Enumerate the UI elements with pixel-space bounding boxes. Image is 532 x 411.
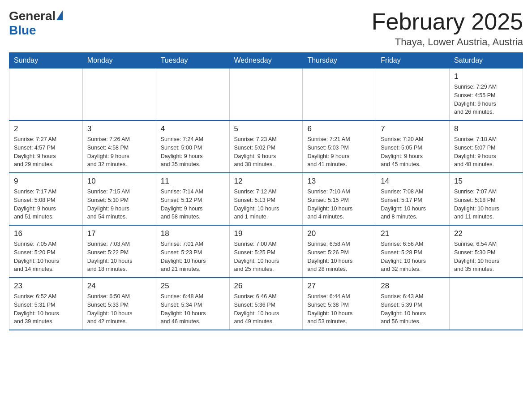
day-info: Sunrise: 7:10 AMSunset: 5:15 PMDaylight:… [307, 188, 371, 221]
day-number: 4 [161, 124, 225, 133]
day-number: 2 [14, 124, 78, 133]
calendar-cell: 22Sunrise: 6:54 AMSunset: 5:30 PMDayligh… [450, 225, 523, 278]
day-info: Sunrise: 7:27 AMSunset: 4:57 PMDaylight:… [14, 135, 78, 169]
day-info: Sunrise: 6:44 AMSunset: 5:38 PMDaylight:… [307, 292, 371, 326]
day-number: 11 [161, 177, 225, 186]
day-info: Sunrise: 7:26 AMSunset: 4:58 PMDaylight:… [87, 135, 151, 169]
day-info: Sunrise: 7:15 AMSunset: 5:10 PMDaylight:… [87, 188, 151, 221]
day-number: 13 [307, 177, 371, 186]
day-info: Sunrise: 7:01 AMSunset: 5:23 PMDaylight:… [161, 240, 225, 274]
calendar-cell: 20Sunrise: 6:58 AMSunset: 5:26 PMDayligh… [303, 225, 376, 278]
calendar-cell: 24Sunrise: 6:50 AMSunset: 5:33 PMDayligh… [82, 278, 156, 330]
day-number: 19 [234, 229, 298, 238]
calendar-cell [376, 68, 450, 121]
day-number: 3 [87, 124, 151, 133]
calendar-cell: 17Sunrise: 7:03 AMSunset: 5:22 PMDayligh… [82, 225, 156, 278]
calendar-cell: 21Sunrise: 6:56 AMSunset: 5:28 PMDayligh… [376, 225, 450, 278]
logo: General [9, 9, 63, 23]
calendar-week-row: 1Sunrise: 7:29 AMSunset: 4:55 PMDaylight… [9, 68, 523, 121]
day-number: 26 [234, 282, 298, 291]
day-number: 16 [14, 229, 78, 238]
day-info: Sunrise: 7:18 AMSunset: 5:07 PMDaylight:… [454, 135, 518, 169]
calendar-cell: 14Sunrise: 7:08 AMSunset: 5:17 PMDayligh… [376, 173, 450, 225]
day-info: Sunrise: 7:23 AMSunset: 5:02 PMDaylight:… [234, 135, 298, 169]
day-info: Sunrise: 7:29 AMSunset: 4:55 PMDaylight:… [454, 83, 518, 116]
day-info: Sunrise: 6:54 AMSunset: 5:30 PMDaylight:… [454, 240, 518, 274]
day-number: 7 [381, 124, 445, 133]
day-number: 22 [454, 229, 518, 238]
day-number: 17 [87, 229, 151, 238]
day-number: 1 [454, 72, 518, 81]
calendar-header-monday: Monday [82, 53, 156, 68]
day-info: Sunrise: 6:46 AMSunset: 5:36 PMDaylight:… [234, 292, 298, 326]
calendar-cell: 7Sunrise: 7:20 AMSunset: 5:05 PMDaylight… [376, 120, 450, 173]
calendar-cell: 8Sunrise: 7:18 AMSunset: 5:07 PMDaylight… [450, 120, 523, 173]
calendar-cell: 2Sunrise: 7:27 AMSunset: 4:57 PMDaylight… [9, 120, 83, 173]
day-info: Sunrise: 7:20 AMSunset: 5:05 PMDaylight:… [381, 135, 445, 169]
day-info: Sunrise: 7:14 AMSunset: 5:12 PMDaylight:… [161, 188, 225, 221]
calendar-cell: 9Sunrise: 7:17 AMSunset: 5:08 PMDaylight… [9, 173, 83, 225]
calendar-cell: 27Sunrise: 6:44 AMSunset: 5:38 PMDayligh… [303, 278, 376, 330]
calendar-cell: 25Sunrise: 6:48 AMSunset: 5:34 PMDayligh… [156, 278, 229, 330]
day-number: 24 [87, 282, 151, 291]
calendar-cell [303, 68, 376, 121]
day-number: 8 [454, 124, 518, 133]
calendar-header-friday: Friday [376, 53, 450, 68]
calendar-cell: 28Sunrise: 6:43 AMSunset: 5:39 PMDayligh… [376, 278, 450, 330]
day-number: 27 [307, 282, 371, 291]
day-number: 28 [381, 282, 445, 291]
calendar-cell: 4Sunrise: 7:24 AMSunset: 5:00 PMDaylight… [156, 120, 229, 173]
calendar-cell: 23Sunrise: 6:52 AMSunset: 5:31 PMDayligh… [9, 278, 83, 330]
day-number: 14 [381, 177, 445, 186]
calendar-cell: 19Sunrise: 7:00 AMSunset: 5:25 PMDayligh… [229, 225, 303, 278]
location-title: Thaya, Lower Austria, Austria [372, 36, 523, 48]
calendar-cell: 26Sunrise: 6:46 AMSunset: 5:36 PMDayligh… [229, 278, 303, 330]
calendar-cell: 1Sunrise: 7:29 AMSunset: 4:55 PMDaylight… [450, 68, 523, 121]
day-info: Sunrise: 7:07 AMSunset: 5:18 PMDaylight:… [454, 188, 518, 221]
day-info: Sunrise: 6:43 AMSunset: 5:39 PMDaylight:… [381, 292, 445, 326]
calendar-cell [82, 68, 156, 121]
calendar-header-sunday: Sunday [9, 53, 83, 68]
calendar-cell: 11Sunrise: 7:14 AMSunset: 5:12 PMDayligh… [156, 173, 229, 225]
calendar-week-row: 16Sunrise: 7:05 AMSunset: 5:20 PMDayligh… [9, 225, 523, 278]
calendar-cell: 3Sunrise: 7:26 AMSunset: 4:58 PMDaylight… [82, 120, 156, 173]
calendar-cell: 13Sunrise: 7:10 AMSunset: 5:15 PMDayligh… [303, 173, 376, 225]
title-area: February 2025 Thaya, Lower Austria, Aust… [372, 9, 523, 48]
day-number: 6 [307, 124, 371, 133]
logo-blue-text: Blue [9, 23, 36, 38]
day-number: 5 [234, 124, 298, 133]
day-info: Sunrise: 7:05 AMSunset: 5:20 PMDaylight:… [14, 240, 78, 274]
day-number: 10 [87, 177, 151, 186]
day-info: Sunrise: 6:58 AMSunset: 5:26 PMDaylight:… [307, 240, 371, 274]
calendar-cell: 5Sunrise: 7:23 AMSunset: 5:02 PMDaylight… [229, 120, 303, 173]
logo-triangle-icon [56, 10, 63, 20]
day-number: 25 [161, 282, 225, 291]
header: General Blue February 2025 Thaya, Lower … [9, 9, 523, 48]
logo-area: General Blue [9, 9, 63, 38]
day-number: 12 [234, 177, 298, 186]
calendar-cell [229, 68, 303, 121]
calendar-cell [450, 278, 523, 330]
calendar-cell [156, 68, 229, 121]
calendar-header-wednesday: Wednesday [229, 53, 303, 68]
day-number: 18 [161, 229, 225, 238]
calendar-header-saturday: Saturday [450, 53, 523, 68]
calendar-header-thursday: Thursday [303, 53, 376, 68]
calendar-cell: 10Sunrise: 7:15 AMSunset: 5:10 PMDayligh… [82, 173, 156, 225]
day-number: 9 [14, 177, 78, 186]
calendar-cell: 15Sunrise: 7:07 AMSunset: 5:18 PMDayligh… [450, 173, 523, 225]
day-info: Sunrise: 7:24 AMSunset: 5:00 PMDaylight:… [161, 135, 225, 169]
calendar-header-row: SundayMondayTuesdayWednesdayThursdayFrid… [9, 53, 523, 68]
calendar-cell: 6Sunrise: 7:21 AMSunset: 5:03 PMDaylight… [303, 120, 376, 173]
calendar-cell [9, 68, 83, 121]
calendar-week-row: 9Sunrise: 7:17 AMSunset: 5:08 PMDaylight… [9, 173, 523, 225]
calendar-week-row: 23Sunrise: 6:52 AMSunset: 5:31 PMDayligh… [9, 278, 523, 330]
calendar-cell: 12Sunrise: 7:12 AMSunset: 5:13 PMDayligh… [229, 173, 303, 225]
day-info: Sunrise: 7:17 AMSunset: 5:08 PMDaylight:… [14, 188, 78, 221]
day-number: 21 [381, 229, 445, 238]
day-info: Sunrise: 6:48 AMSunset: 5:34 PMDaylight:… [161, 292, 225, 326]
day-info: Sunrise: 7:12 AMSunset: 5:13 PMDaylight:… [234, 188, 298, 221]
day-info: Sunrise: 6:56 AMSunset: 5:28 PMDaylight:… [381, 240, 445, 274]
calendar-table: SundayMondayTuesdayWednesdayThursdayFrid… [9, 52, 523, 330]
day-number: 20 [307, 229, 371, 238]
